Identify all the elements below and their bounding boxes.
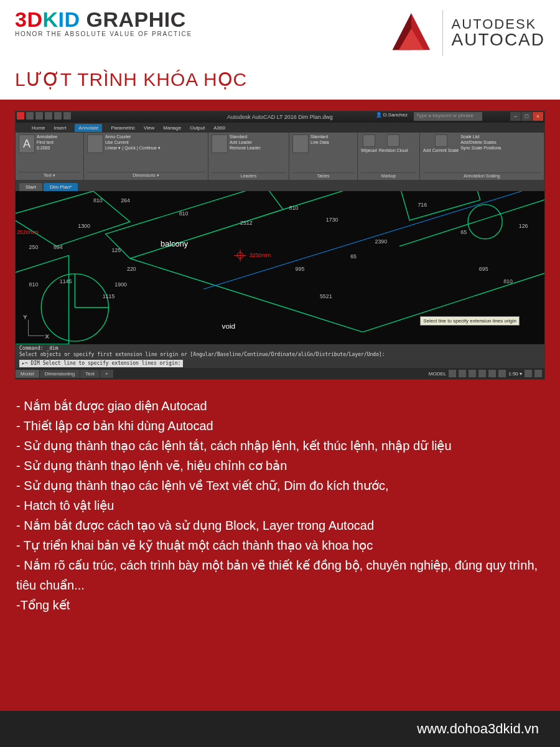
content-panel: Autodesk AutoCAD LT 2016 Dim Plan.dwg 👤 … [0,100,560,711]
table-style-dropdown[interactable]: Standard [310,134,329,139]
tab-view[interactable]: View [144,125,154,131]
osnap-toggle-icon[interactable] [488,370,496,377]
user-badge[interactable]: 👤 D.Sanchez [376,112,408,118]
svg-text:Y: Y [24,314,27,320]
ribbon-panel-text: A Annotative Find text 0.2000 Text ▾ [16,133,84,180]
quick-button[interactable]: Quick [124,146,136,150]
workspace-icon[interactable] [525,370,532,377]
svg-point-4 [468,205,502,239]
tab-insert[interactable]: Insert [54,125,66,131]
dim-layer-dropdown[interactable]: Use Current [105,140,161,144]
multileader-button[interactable] [212,134,228,153]
brand-part-graphic: GRAPHIC [80,7,186,31]
panel-label-leaders[interactable]: Leaders [212,172,286,178]
page-header: 3DKID GRAPHIC HONOR THE ABSOLUTE VALUE O… [0,0,560,100]
cmd-history-1: Command: _dim [19,345,541,352]
svg-text:126: 126 [519,223,528,229]
svg-text:810: 810 [289,205,299,211]
minimize-button[interactable]: − [510,112,521,121]
linear-button[interactable]: Linear ▾ [105,146,121,150]
tab-output[interactable]: Output [190,125,205,131]
lineweight-toggle-icon[interactable] [498,370,506,377]
website-link[interactable]: www.dohoa3dkid.vn [417,721,539,737]
add-scale-label: Add Current Scale [423,148,459,153]
user-name: D.Sanchez [383,112,408,118]
dim-style-dropdown[interactable]: Anno Courier [105,134,161,139]
doc-tab-dimplan[interactable]: Dim Plan* [44,183,78,191]
cmd-prompt[interactable]: ▸~ DIM Select line to specify extension … [19,360,183,367]
app-menu-icon[interactable] [17,112,24,120]
multiline-text-button[interactable]: A [19,134,35,153]
scale-list-button[interactable]: Scale List [460,134,501,139]
ortho-toggle-icon[interactable] [469,370,476,377]
product-line1: AUTODESK [452,17,545,31]
text-options: Annotative Find text 0.2000 [37,134,57,150]
clean-screen-icon[interactable] [534,370,542,377]
tab-manage[interactable]: Manage [163,125,181,131]
tab-model[interactable]: Model [16,370,39,378]
window-controls: − □ × [510,112,543,121]
tab-add-layout[interactable]: + [100,370,113,378]
svg-text:2512: 2512 [240,220,253,226]
maximize-button[interactable]: □ [521,112,532,121]
tab-layout-1[interactable]: Dimensioning [40,370,80,378]
tab-a360[interactable]: A360 [213,125,225,131]
status-right: MODEL 1:50 ▾ [429,370,544,377]
status-bar: Model Dimensioning Text + MODEL 1:50 ▾ [16,368,544,379]
svg-text:810: 810 [29,281,39,288]
qat-save-icon[interactable] [45,112,52,120]
add-scale-button[interactable] [435,134,447,147]
panel-label-markup[interactable]: Markup [361,172,416,178]
panel-label-text[interactable]: Text ▾ [19,172,80,178]
remove-leader-button[interactable]: Remove Leader [230,146,261,150]
svg-text:1300: 1300 [78,223,90,229]
doc-tab-start[interactable]: Start [19,183,42,191]
link-data-button[interactable]: Link Data [310,140,329,144]
table-button[interactable] [292,134,309,153]
continue-button[interactable]: Continue ▾ [139,146,161,150]
dimension-button[interactable] [87,134,103,153]
svg-text:65: 65 [350,253,357,260]
panel-label-annoscale[interactable]: Annotation Scaling [423,172,541,178]
drawing-canvas[interactable]: 810 264 810 2512 810 250 894 1300 125 11… [16,191,544,344]
course-outline: - Nắm bắt được giao diện Autocad - Thiết… [15,396,545,615]
list-item: - Sử dụng thành thạo lệnh vẽ, hiệu chỉnh… [16,456,544,476]
svg-text:264: 264 [121,197,130,204]
annotation-scale-dropdown[interactable]: 1:50 ▾ [508,371,522,377]
wipeout-button[interactable] [363,134,375,147]
ribbon-panel-markup: Wipeout Revision Cloud Markup [358,133,420,180]
ribbon-tabs: Home Insert Annotate Parametric View Man… [16,123,544,133]
tab-home[interactable]: Home [32,125,45,131]
qat-new-icon[interactable] [26,112,34,120]
qat-redo-icon[interactable] [63,112,71,120]
svg-text:716: 716 [418,202,427,208]
revision-cloud-button[interactable] [387,134,399,147]
status-model-label[interactable]: MODEL [429,371,446,377]
find-text-button[interactable]: Find text [37,140,57,144]
polar-toggle-icon[interactable] [478,370,486,377]
qat-undo-icon[interactable] [54,112,62,120]
grid-toggle-icon[interactable] [449,370,456,377]
qat-open-icon[interactable] [35,112,43,120]
command-line[interactable]: Command: _dim Select objects or specify … [16,344,544,368]
add-delete-scales-button[interactable]: Add/Delete Scales [460,140,501,144]
cursor-tooltip: Select line to specify extension lines o… [420,316,520,326]
close-button[interactable]: × [532,112,543,121]
snap-toggle-icon[interactable] [459,370,466,377]
leader-style-dropdown[interactable]: Standard [230,134,261,139]
sync-scale-button[interactable]: Sync Scale Positions [460,146,501,150]
add-leader-button[interactable]: Add Leader [230,140,261,144]
tab-layout-2[interactable]: Text [80,370,100,378]
tab-parametric[interactable]: Parametric [111,125,135,131]
help-search-input[interactable]: Type a keyword or phrase [414,112,482,121]
text-height-input[interactable]: 0.2000 [37,146,57,150]
list-item: - Tự triển khai bản vẽ kỹ thuật một cách… [16,535,544,555]
tab-annotate[interactable]: Annotate [75,124,102,132]
panel-label-tables[interactable]: Tables [292,172,354,178]
label-void: void [222,322,236,331]
revcloud-label: Revision Cloud [379,148,408,153]
panel-label-dimensions[interactable]: Dimensions ▾ [87,172,205,178]
text-style-dropdown[interactable]: Annotative [37,134,57,139]
svg-text:250: 250 [29,244,39,250]
quick-access-toolbar[interactable] [17,112,71,120]
